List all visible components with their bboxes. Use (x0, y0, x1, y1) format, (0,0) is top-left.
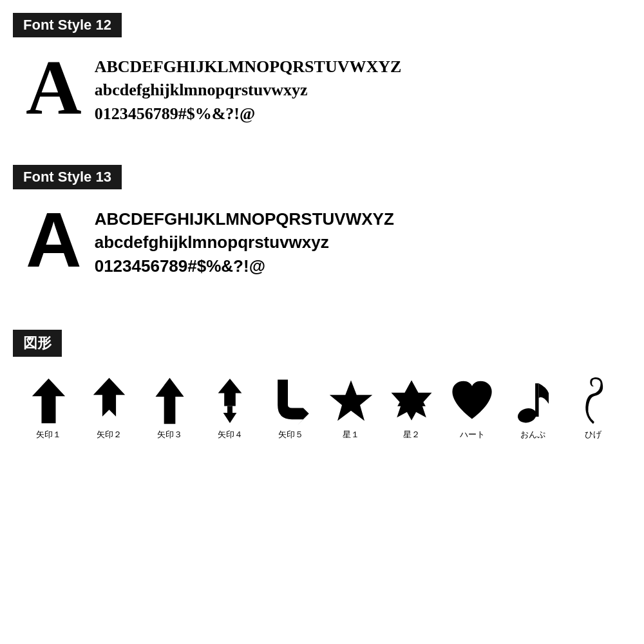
font-style-12-chars: ABCDEFGHIJKLMNOPQRSTUVWXYZ abcdefghijklm… (95, 49, 402, 126)
yazirushi1-label: 矢印１ (36, 429, 61, 440)
svg-marker-1 (93, 377, 124, 416)
svg-marker-2 (155, 377, 184, 423)
hige-icon (571, 375, 616, 426)
yazirushi3-label: 矢印３ (157, 429, 182, 440)
yazirushi1-icon (26, 375, 71, 426)
font-style-13-section: Font Style 13 A ABCDEFGHIJKLMNOPQRSTUVWX… (13, 165, 631, 278)
svg-point-9 (516, 406, 538, 424)
shapes-label: 図形 (13, 330, 62, 357)
shape-item-hige: ひげ (564, 375, 622, 440)
yazirushi4-label: 矢印４ (218, 429, 243, 440)
hoshi2-icon (389, 375, 434, 426)
hige-label: ひげ (585, 429, 601, 440)
svg-marker-3 (218, 379, 242, 406)
hoshi1-label: 星１ (343, 429, 359, 440)
yazirushi4-icon (207, 375, 252, 426)
shape-item-yazirushi1: 矢印１ (19, 375, 77, 440)
shapes-grid: 矢印１ 矢印２ 矢印３ (13, 375, 631, 440)
font-style-12-big-letter: A (26, 49, 82, 126)
svg-marker-0 (32, 378, 64, 423)
shape-item-hoshi2: 星２ (383, 375, 440, 440)
hoshi1-icon (328, 375, 374, 426)
font-style-12-demo: A ABCDEFGHIJKLMNOPQRSTUVWXYZ abcdefghijk… (13, 49, 631, 126)
font-style-13-line1: ABCDEFGHIJKLMNOPQRSTUVWXYZ (95, 207, 394, 231)
onpu-icon (510, 375, 555, 426)
hoshi2-label: 星２ (403, 429, 420, 440)
font-style-13-label: Font Style 13 (13, 165, 122, 189)
shape-item-hoshi1: 星１ (322, 375, 380, 440)
font-style-12-line2: abcdefghijklmnopqrstuvwxyz (95, 79, 402, 102)
font-style-13-big-letter: A (26, 201, 82, 278)
yazirushi2-icon (86, 375, 131, 426)
svg-rect-10 (535, 383, 538, 417)
heart-icon (450, 375, 495, 426)
svg-marker-4 (223, 406, 237, 422)
font-style-12-line3: 0123456789#$%&?!@ (95, 102, 402, 126)
font-style-13-line3: 0123456789#$%&?!@ (95, 254, 394, 278)
shape-item-heart: ハート (443, 375, 501, 440)
font-style-12-section: Font Style 12 A ABCDEFGHIJKLMNOPQRSTUVWX… (13, 13, 631, 126)
font-style-12-line1: ABCDEFGHIJKLMNOPQRSTUVWXYZ (95, 55, 402, 79)
heart-label: ハート (460, 429, 485, 440)
shapes-section: 図形 矢印１ 矢印２ (13, 330, 631, 440)
font-style-12-label: Font Style 12 (13, 13, 122, 37)
onpu-label: おんぷ (520, 429, 545, 440)
shape-item-yazirushi3: 矢印３ (140, 375, 198, 440)
font-style-13-line2: abcdefghijklmnopqrstuvwxyz (95, 231, 394, 254)
shape-item-yazirushi2: 矢印２ (80, 375, 138, 440)
font-style-13-chars: ABCDEFGHIJKLMNOPQRSTUVWXYZ abcdefghijklm… (95, 201, 394, 278)
svg-marker-5 (330, 381, 373, 421)
yazirushi5-icon (268, 375, 313, 426)
shape-item-onpu: おんぷ (504, 375, 562, 440)
font-style-13-demo: A ABCDEFGHIJKLMNOPQRSTUVWXYZ abcdefghijk… (13, 201, 631, 278)
shape-item-yazirushi4: 矢印４ (201, 375, 259, 440)
yazirushi5-label: 矢印５ (278, 429, 303, 440)
yazirushi2-label: 矢印２ (97, 429, 122, 440)
shape-item-yazirushi5: 矢印５ (261, 375, 319, 440)
yazirushi3-icon (147, 375, 192, 426)
